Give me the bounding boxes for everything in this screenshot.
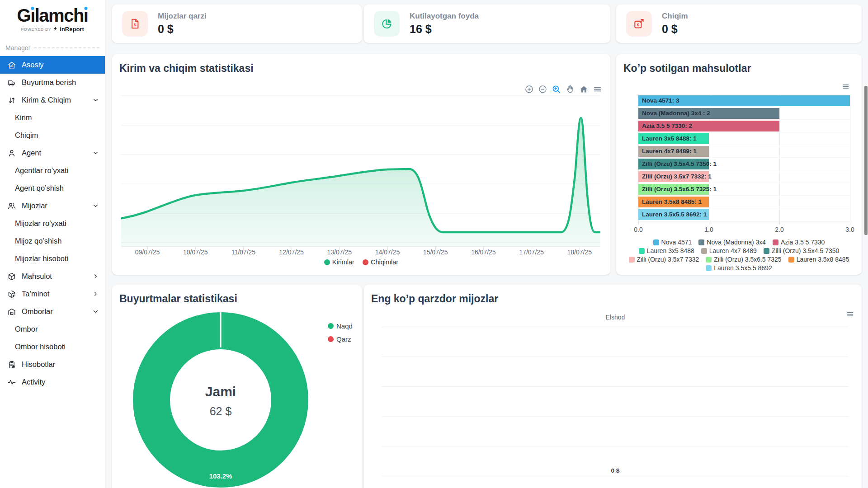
sidebar-item-chiqim[interactable]: Chiqim: [0, 127, 105, 144]
bar-value-label: 0 $: [382, 467, 849, 474]
powered-by-line: POWERED BY inReport: [0, 26, 105, 33]
doc-dollar-icon: $: [122, 11, 148, 37]
sidebar-item-mijozlar-ro-yxati[interactable]: Mijozlar ro’yxati: [0, 215, 105, 232]
x-tick-label: 17/07/25: [519, 249, 544, 256]
box-in-icon: [7, 290, 16, 299]
legend-item-qarz[interactable]: Qarz: [328, 335, 353, 343]
bar-chart-plot: Nova 4571: 3Nova (Madonna) 3x4 : 2Azia 3…: [638, 94, 850, 221]
gridline: [382, 386, 849, 387]
sidebar-item-ombor-hisoboti[interactable]: Ombor hisoboti: [0, 338, 105, 356]
bar: Nova (Madonna) 3x4 : 2: [638, 108, 779, 119]
bar-row-zilli-orzu-3-5x7-7332: Zilli (Orzu) 3.5x7 7332: 1: [638, 170, 850, 183]
legend-item-lauren-3-5x8-8485[interactable]: Lauren 3.5x8 8485: [788, 256, 849, 263]
stat-value: 0 $: [662, 23, 688, 36]
legend-item-nova-madonna-3x4[interactable]: Nova (Madonna) 3x4: [698, 239, 766, 246]
svg-text:$: $: [134, 22, 137, 27]
stat-label: Kutilayotgan foyda: [410, 12, 479, 21]
bar-row-lauren-3x5-8488: Lauren 3x5 8488: 1: [638, 132, 850, 145]
sidebar-item-ombor[interactable]: Ombor: [0, 320, 105, 338]
stat-card-mijozlar-qarzi: $ Mijozlar qarzi 0 $: [112, 5, 362, 43]
donut-slice-percent: 103.2%: [193, 472, 248, 480]
sidebar-item-label: Agent: [22, 149, 41, 157]
chevron-down-icon: [92, 308, 99, 315]
bar: Azia 3.5 5 7330: 2: [638, 121, 779, 131]
sidebar-item-label: Kirim: [15, 113, 32, 122]
sidebar-item-mijozlar-hisoboti[interactable]: Mijozlar hisoboti: [0, 250, 105, 267]
legend-item-kirimlar[interactable]: Kirimlar: [324, 258, 354, 266]
sidebar-item-mijoz-qo-shish[interactable]: Mijoz qo’shish: [0, 232, 105, 250]
sidebar-item-mijozlar[interactable]: Mijozlar: [0, 197, 105, 215]
legend-item-lauren-3x5-8488[interactable]: Lauren 3x5 8488: [639, 247, 694, 254]
sidebar-nav: AsosiyBuyurtma berishKirim & ChiqimKirim…: [0, 56, 105, 391]
bar: Lauren 3.5x8 8485: 1: [638, 197, 709, 207]
sidebar-item-asosiy[interactable]: Asosiy: [0, 56, 105, 74]
stat-value: 0 $: [158, 23, 207, 36]
sidebar-item-label: Ta’minot: [22, 290, 49, 298]
legend-item-nova-4571[interactable]: Nova 4571: [653, 239, 692, 246]
warehouse-icon: [7, 307, 16, 316]
chevron-down-icon: [92, 96, 99, 104]
sidebar-item-buyurtma-berish[interactable]: Buyurtma berish: [0, 74, 105, 91]
arrows-icon: [7, 96, 16, 105]
gridline: [382, 476, 849, 476]
x-tick-label: 12/07/25: [279, 249, 304, 256]
sidebar-item-agent[interactable]: Agent: [0, 144, 105, 162]
x-tick-label: 2.0: [775, 226, 783, 233]
sidebar-item-agentlar-ro-yxati[interactable]: Agentlar ro’yxati: [0, 162, 105, 179]
bar: Nova 4571: 3: [638, 95, 850, 106]
bar: Lauren 4x7 8489: 1: [638, 146, 709, 157]
legend-item-zilli-orzu-3-5x4-5-7350[interactable]: Zilli (Orzu) 3.5x4.5 7350: [764, 247, 839, 254]
legend-item-chiqimlar[interactable]: Chiqimlar: [363, 258, 398, 266]
bar: Lauren 3.5x5.5 8692: 1: [638, 209, 709, 220]
sidebar-item-label: Mijozlar: [22, 202, 47, 210]
x-tick-label: 18/07/25: [567, 249, 592, 256]
sidebar-item-label: Asosiy: [22, 61, 44, 69]
sidebar-item-agent-qo-shish[interactable]: Agent qo’shish: [0, 179, 105, 197]
x-tick-label: 1.0: [704, 226, 713, 233]
app-logo: Gılamchı: [0, 6, 105, 24]
legend-item-lauren-4x7-8489[interactable]: Lauren 4x7 8489: [701, 247, 757, 254]
scrollbar-thumb[interactable]: [864, 86, 868, 235]
x-axis-ticks: [638, 222, 850, 225]
sidebar-item-hisobotlar[interactable]: Hisobotlar: [0, 356, 105, 373]
legend-item-naqd[interactable]: Naqd: [328, 322, 353, 330]
gridline: [382, 446, 849, 446]
sidebar-item-label: Mijoz qo’shish: [15, 237, 61, 245]
chart-title: Eng ko’p qarzdor mijozlar: [364, 285, 862, 305]
sidebar-item-omborlar[interactable]: Omborlar: [0, 303, 105, 320]
sidebar-item-kirim-chiqim[interactable]: Kirim & Chiqim: [0, 91, 105, 109]
truck-icon: [7, 78, 16, 87]
card-top-products-chart: Ko’p sotilgan mahsulotlar Nova 4571: 3No…: [616, 54, 862, 275]
sidebar-item-label: Activity: [22, 378, 45, 386]
sidebar-item-label: Mahsulot: [22, 272, 52, 281]
sidebar-item-label: Mijozlar hisoboti: [15, 254, 68, 263]
menu-icon[interactable]: [841, 82, 850, 91]
chart-legend: KirimlarChiqimlar: [112, 258, 610, 266]
sidebar-item-label: Buyurtma berish: [22, 78, 76, 87]
sidebar-item-activity[interactable]: Activity: [0, 373, 105, 391]
bar: Zilli (Orzu) 3.5x7 7332: 1: [638, 171, 709, 182]
sidebar-item-label: Chiqim: [15, 131, 38, 140]
bar-row-lauren-3-5x8-8485: Lauren 3.5x8 8485: 1: [638, 196, 850, 208]
bar: Zilli (Orzu) 3.5x6.5 7325: 1: [638, 184, 709, 195]
sidebar-item-label: Kirim & Chiqim: [22, 96, 71, 104]
legend-item-zilli-orzu-3-5x6-5-7325[interactable]: Zilli (Orzu) 3.5x6.5 7325: [706, 256, 781, 263]
category-label: Elshod: [382, 314, 849, 321]
activity-icon: [7, 378, 16, 387]
donut-center-label: Jami 62 $: [157, 384, 284, 418]
money-out-icon: $: [626, 11, 652, 37]
legend-item-azia-3-5-5-7330[interactable]: Azia 3.5 5 7330: [773, 239, 825, 246]
sidebar-item-mahsulot[interactable]: Mahsulot: [0, 267, 105, 285]
section-label-manager: Manager: [0, 44, 105, 52]
bar: Lauren 3x5 8488: 1: [638, 133, 709, 144]
legend-item-lauren-3-5x5-5-8692[interactable]: Lauren 3.5x5.5 8692: [706, 264, 772, 272]
sidebar-item-label: Agent qo’shish: [15, 184, 64, 192]
x-tick-label: 16/07/25: [471, 249, 496, 256]
x-axis-labels: 09/07/2510/07/2511/07/2512/07/2513/07/25…: [121, 249, 600, 257]
card-orders-donut: Buyurtmalar statistikasi NaqdQarz Jami 6…: [112, 285, 362, 488]
sidebar-item-label: Hisobotlar: [22, 360, 55, 369]
bar-row-lauren-4x7-8489: Lauren 4x7 8489: 1: [638, 145, 850, 158]
sidebar-item-ta-minot[interactable]: Ta’minot: [0, 285, 105, 303]
sidebar-item-kirim[interactable]: Kirim: [0, 109, 105, 127]
legend-item-zilli-orzu-3-5x7-7332[interactable]: Zilli (Orzu) 3.5x7 7332: [629, 256, 699, 263]
